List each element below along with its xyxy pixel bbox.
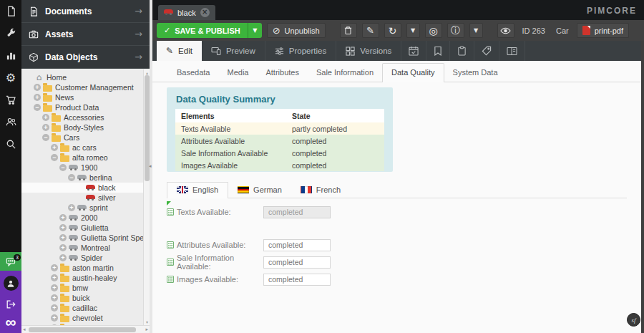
expand-arrow-icon[interactable]: →: [135, 29, 142, 39]
pimcore-loop-logo[interactable]: ∞: [6, 315, 16, 329]
subtab-basedata[interactable]: Basedata: [168, 64, 218, 82]
subtab-system-data[interactable]: System Data: [444, 64, 507, 82]
tree-item[interactable]: +2000: [21, 213, 143, 223]
open-preview-button[interactable]: [497, 23, 514, 38]
expander-icon[interactable]: +: [50, 294, 59, 302]
expand-arrow-icon[interactable]: →: [135, 6, 142, 16]
expander-icon[interactable]: −: [42, 134, 50, 142]
tree-item[interactable]: +cadillac: [21, 303, 143, 313]
tree-item[interactable]: −Product Data: [21, 102, 143, 112]
expander-icon[interactable]: +: [67, 204, 76, 212]
expander-icon[interactable]: +: [50, 144, 59, 152]
scrollbar-thumb[interactable]: [29, 327, 136, 332]
documents-icon[interactable]: [0, 0, 21, 22]
tree-item[interactable]: +ac cars: [21, 143, 143, 153]
print-pdf-button[interactable]: print-pdf: [577, 23, 629, 38]
reload-dropdown-caret[interactable]: ▼: [406, 23, 420, 38]
tree-item[interactable]: +Spider: [21, 253, 143, 263]
tree-item[interactable]: +News: [21, 92, 143, 102]
tab-preview[interactable]: Preview: [202, 41, 265, 61]
tree-item[interactable]: −berlina: [21, 173, 143, 183]
tree-item[interactable]: −alfa romeo: [21, 153, 143, 163]
tree-item[interactable]: +Montreal: [21, 243, 143, 253]
tab-notes[interactable]: [426, 41, 450, 61]
subtab-data-quality[interactable]: Data Quality: [382, 63, 444, 82]
language-tab-german[interactable]: German: [228, 183, 291, 198]
tree-item[interactable]: ⌂Home: [21, 72, 143, 82]
notifications-button[interactable]: 3: [0, 252, 21, 271]
expander-icon[interactable]: +: [59, 224, 67, 232]
subtab-sale-information[interactable]: Sale Information: [308, 64, 382, 82]
unpublish-button[interactable]: ⊘ Unpublish: [267, 23, 326, 38]
field-input-sale-information-available[interactable]: [263, 256, 331, 269]
open-object-tab[interactable]: black ×: [158, 5, 215, 20]
expander-icon[interactable]: −: [50, 154, 59, 162]
tree-item[interactable]: +sprint: [21, 203, 143, 213]
symfony-debug-badge[interactable]: sf: [627, 313, 640, 327]
subtab-media[interactable]: Media: [218, 64, 257, 82]
expander-icon[interactable]: +: [33, 84, 42, 92]
expander-icon[interactable]: +: [50, 314, 59, 322]
tree-item[interactable]: +Giulietta: [21, 223, 143, 233]
tree-item[interactable]: +Customer Management: [21, 82, 143, 92]
tab-layout[interactable]: [499, 41, 525, 61]
expander-icon[interactable]: +: [42, 114, 50, 122]
locate-in-tree-button[interactable]: ◎: [425, 23, 442, 38]
expander-icon[interactable]: +: [59, 254, 67, 262]
tree-horizontal-scrollbar[interactable]: ◂ ▸: [21, 325, 150, 333]
search-icon[interactable]: [0, 133, 21, 155]
expander-icon[interactable]: +: [59, 244, 67, 252]
field-input-images-available[interactable]: [263, 274, 331, 286]
language-tab-english[interactable]: English: [167, 182, 228, 198]
tree-vertical-scrollbar[interactable]: ▴ ▾: [143, 69, 150, 325]
info-dropdown-caret[interactable]: ▼: [469, 23, 483, 38]
tab-properties[interactable]: Properties: [265, 41, 336, 61]
tree-item[interactable]: +aston martin: [21, 263, 143, 273]
reload-button[interactable]: ↻: [384, 23, 401, 38]
users-icon[interactable]: [0, 111, 21, 133]
language-tab-french[interactable]: French: [291, 183, 350, 198]
field-input-attributes-available[interactable]: [263, 239, 331, 251]
subtab-attributes[interactable]: Attributes: [257, 64, 307, 82]
ecommerce-icon[interactable]: [0, 89, 21, 111]
collapse-handle-icon[interactable]: ◂: [149, 163, 152, 169]
rename-button[interactable]: ✎: [362, 23, 379, 38]
nav-section-assets[interactable]: Assets →: [21, 23, 150, 46]
tree-item[interactable]: +austin-healey: [21, 273, 143, 283]
expand-arrow-icon[interactable]: →: [135, 52, 142, 62]
save-publish-button[interactable]: ✓SAVE & PUBLISH ▼: [157, 23, 262, 38]
tree-item[interactable]: +Accessories: [21, 112, 143, 122]
info-button[interactable]: ⓘ: [447, 23, 464, 38]
save-dropdown-caret[interactable]: ▼: [248, 23, 262, 38]
user-avatar[interactable]: [4, 276, 19, 291]
tree-item[interactable]: −Cars: [21, 132, 143, 143]
tree-item[interactable]: +Gulietta Sprint Specia: [21, 233, 143, 243]
expander-icon[interactable]: +: [59, 214, 67, 222]
tab-schedule[interactable]: [401, 41, 426, 61]
expander-icon[interactable]: −: [59, 164, 67, 172]
tab-edit[interactable]: ✎ Edit: [157, 41, 202, 61]
tree-item[interactable]: silver: [21, 193, 143, 203]
logout-icon[interactable]: [6, 296, 16, 312]
expander-icon[interactable]: −: [67, 174, 76, 182]
expander-icon[interactable]: +: [50, 284, 59, 292]
tree-item[interactable]: +chevrolet: [21, 313, 143, 323]
tree-item[interactable]: +buick: [21, 293, 143, 303]
reports-icon[interactable]: [0, 44, 21, 67]
panel-splitter[interactable]: ◂: [150, 0, 152, 333]
delete-button[interactable]: [340, 23, 357, 38]
expander-icon[interactable]: +: [50, 304, 59, 312]
tab-versions[interactable]: Versions: [336, 41, 401, 61]
expander-icon[interactable]: +: [33, 94, 42, 102]
expander-icon[interactable]: +: [59, 234, 67, 242]
nav-section-documents[interactable]: Documents →: [21, 0, 150, 23]
nav-section-data-objects[interactable]: Data Objects →: [21, 46, 150, 69]
expander-icon[interactable]: +: [42, 124, 50, 132]
close-icon[interactable]: ×: [200, 8, 210, 17]
tab-reports[interactable]: [450, 41, 474, 61]
tree-item[interactable]: +bmw: [21, 283, 143, 293]
tab-tags[interactable]: [474, 41, 499, 61]
expander-icon[interactable]: −: [33, 104, 42, 112]
settings-icon[interactable]: ⚙: [0, 67, 21, 89]
tree-item[interactable]: +Body-Styles: [21, 122, 143, 132]
